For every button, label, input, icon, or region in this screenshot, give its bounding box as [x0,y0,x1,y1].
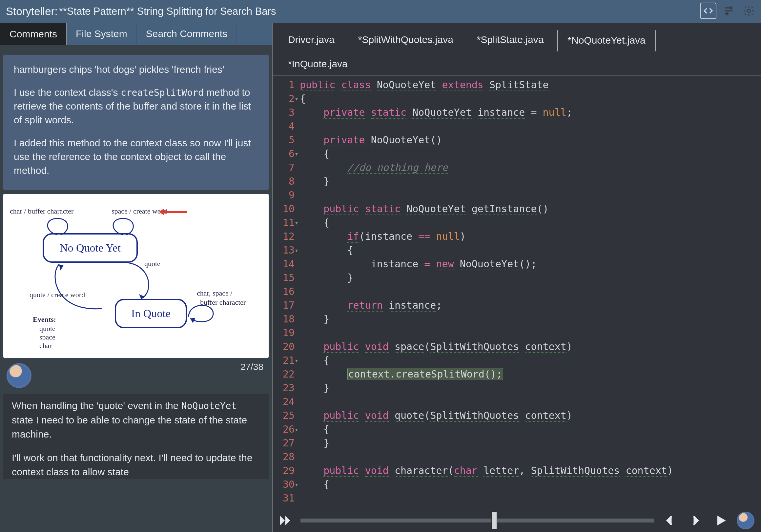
code-line[interactable]: { [300,216,760,230]
avatar[interactable] [7,363,31,388]
skip-forward-icon[interactable] [275,511,295,530]
comment-para: I'll work on that functionality next. I'… [12,451,260,479]
diag-label: char [39,341,52,350]
file-tab[interactable]: Driver.java [278,30,344,51]
code-line[interactable]: return instance; [300,298,760,312]
tab-comments[interactable]: Comments [0,23,67,45]
left-panel: Comments File System Search Comments ham… [0,23,273,532]
file-tabstrip: Driver.java *SplitWithQuotes.java *Split… [273,23,761,76]
code-line[interactable]: public static NoQuoteYet getInstance() [300,202,760,216]
comment-para: hamburgers chips 'hot dogs' pickles 'fre… [14,63,258,77]
code-line[interactable]: { [300,478,760,491]
code-line[interactable] [300,450,760,464]
code-line[interactable]: //do nothing here [300,161,760,174]
code-line[interactable]: { [300,423,760,436]
code-line[interactable]: public class NoQuoteYet extends SplitSta… [300,78,760,92]
file-tab[interactable]: *SplitState.java [467,30,554,51]
code-area[interactable]: public class NoQuoteYet extends SplitSta… [299,76,761,532]
tab-file-system[interactable]: File System [67,23,137,45]
editor-panel: Driver.java *SplitWithQuotes.java *Split… [273,23,761,532]
code-view-icon[interactable] [700,3,716,19]
code-line[interactable] [300,285,760,298]
comment-para: I use the context class's createSplitWor… [14,86,258,127]
gear-icon[interactable] [741,3,757,19]
diag-label: quote [39,325,55,333]
code-line[interactable] [300,326,760,340]
diag-label: char, space / [197,289,232,297]
diag-label: quote / create word [29,291,85,299]
code-line[interactable] [300,395,760,409]
code-inline: createSplitWord [121,87,204,98]
step-back-icon[interactable] [660,511,680,530]
code-line[interactable]: } [300,381,760,395]
code-line[interactable]: { [300,243,760,257]
file-tab[interactable]: *InQuote.java [278,54,358,75]
code-line[interactable]: context.createSplitWord(); [300,367,760,381]
code-editor[interactable]: 12▾3456▾7891011▾1213▾1415161718192021▾22… [273,76,761,532]
playback-track[interactable] [301,518,654,522]
play-icon[interactable] [711,511,731,530]
code-line[interactable]: } [300,271,760,285]
state-diagram-image[interactable]: char / buffer character space / create w… [3,194,269,358]
code-line[interactable]: } [300,312,760,326]
code-line[interactable]: } [300,174,760,188]
comment-footer: 27/38 [3,362,269,394]
app-title: **State Pattern** String Splitting for S… [59,6,276,17]
comment-para: When handling the 'quote' event in the N… [12,398,260,442]
comment-card: hamburgers chips 'hot dogs' pickles 'fre… [3,55,269,190]
code-line[interactable] [300,491,760,505]
comment-counter: 27/38 [240,362,263,372]
header-toolbar [700,3,757,19]
code-line[interactable] [300,188,760,202]
svg-point-0 [730,7,732,9]
app-title-prefix: Storyteller: [6,5,58,18]
code-line[interactable]: } [300,436,760,450]
playback-thumb[interactable] [492,511,497,530]
code-line[interactable]: instance = new NoQuoteYet(); [300,257,760,271]
state-box: In Quote [115,299,187,328]
diag-label: Events: [33,315,56,324]
transition-arrow-icon [46,263,111,312]
left-tabstrip: Comments File System Search Comments [0,23,272,45]
diag-label: buffer character [200,298,246,307]
tab-search-comments[interactable]: Search Comments [137,23,237,45]
code-line[interactable]: private static NoQuoteYet instance = nul… [300,106,760,119]
code-line[interactable]: private NoQuoteYet() [300,133,760,147]
comment-card: When handling the 'quote' event in the N… [3,394,269,479]
code-line[interactable]: public void space(SplitWithQuotes contex… [300,340,760,354]
diag-label: char / buffer character [10,207,74,215]
playback-bar [273,509,761,532]
app-header: Storyteller: **State Pattern** String Sp… [0,0,761,23]
line-gutter: 12▾3456▾7891011▾1213▾1415161718192021▾22… [273,76,299,532]
avatar[interactable] [737,512,754,529]
svg-point-2 [747,10,750,13]
code-line[interactable]: if(instance == null) [300,230,760,243]
code-line[interactable]: { [300,147,760,161]
code-line[interactable]: { [300,92,760,106]
code-line[interactable]: public void quote(SplitWithQuotes contex… [300,409,760,423]
file-tab[interactable]: *SplitWithQuotes.java [348,30,463,51]
comments-scroll[interactable]: hamburgers chips 'hot dogs' pickles 'fre… [0,45,272,532]
code-line[interactable] [300,119,760,133]
file-tab[interactable]: *NoQuoteYet.java [557,30,655,51]
red-arrow-icon [161,211,187,213]
diag-label: space [39,333,55,341]
code-inline: NoQuoteYet [181,400,237,411]
code-line[interactable]: public void character(char letter, Split… [300,464,760,478]
comment-para: I added this method to the context class… [14,136,258,177]
code-line[interactable]: { [300,354,760,367]
state-box: No Quote Yet [43,233,138,263]
sliders-icon[interactable] [720,3,737,19]
step-forward-icon[interactable] [685,511,705,530]
